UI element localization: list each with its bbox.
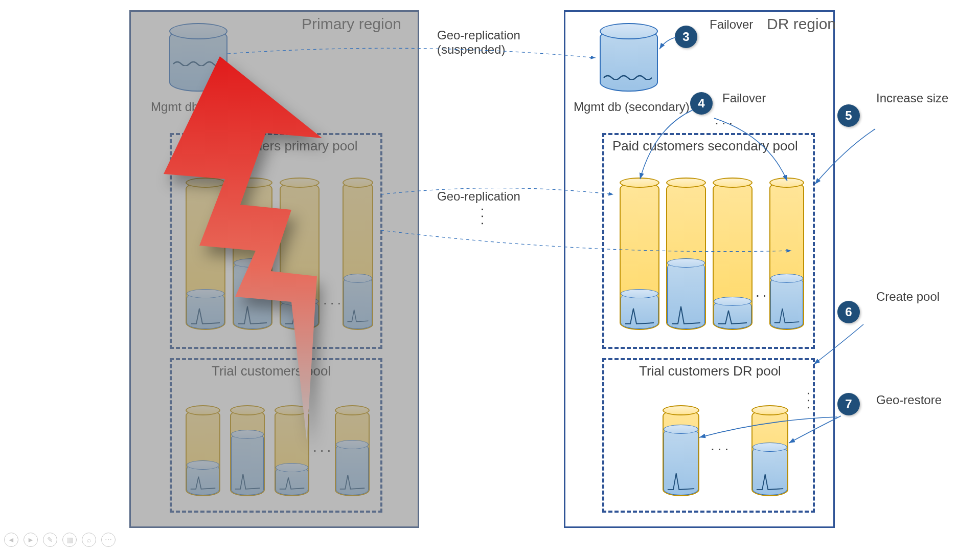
more-options-button[interactable]: ⋯	[101, 533, 116, 547]
prev-slide-button[interactable]: ◄	[4, 533, 18, 547]
dr-region-title: DR region	[767, 15, 836, 33]
step-4-label: Failover	[722, 91, 766, 105]
ellipsis-icon: ...	[711, 437, 732, 454]
step-3-badge: 3	[675, 26, 697, 48]
geo-replication-label: Geo-replication	[437, 189, 520, 204]
zoom-button[interactable]: ⌕	[82, 533, 96, 547]
mgmt-db-secondary-icon	[600, 28, 656, 92]
dr-paid-pool-title: Paid customers secondary pool	[612, 138, 798, 154]
svg-marker-0	[164, 56, 322, 440]
mgmt-db-secondary-label: Mgmt db (secondary)	[574, 100, 690, 114]
db-tube-icon	[751, 409, 788, 496]
step-5-label: Increase size	[876, 91, 948, 105]
step-6-label: Create pool	[876, 290, 940, 304]
presentation-toolbar: ◄ ► ✎ ▦ ⌕ ⋯	[4, 533, 116, 547]
step-7-label: Geo-restore	[876, 393, 942, 407]
slide-show-view-button[interactable]: ▦	[62, 533, 77, 547]
ellipsis-vertical-icon: ...	[478, 207, 494, 228]
primary-region-title: Primary region	[302, 15, 401, 33]
geo-replication-suspended-label: Geo-replication (suspended)	[437, 28, 520, 57]
pen-button[interactable]: ✎	[43, 533, 57, 547]
db-tube-icon	[666, 182, 706, 330]
next-slide-button[interactable]: ►	[24, 533, 38, 547]
step-4-badge: 4	[690, 92, 713, 115]
db-tube-icon	[663, 409, 699, 496]
step-3-label: Failover	[710, 17, 753, 32]
db-tube-icon	[769, 182, 804, 330]
ellipsis-icon: ...	[715, 112, 736, 128]
ellipsis-vertical-icon: ...	[804, 391, 821, 412]
db-tube-icon	[713, 182, 753, 330]
step-5-badge: 5	[837, 104, 860, 127]
db-tube-icon	[620, 182, 659, 330]
step-6-badge: 6	[837, 301, 860, 323]
step-7-badge: 7	[837, 393, 860, 415]
dr-trial-pool-title: Trial customers DR pool	[639, 363, 781, 379]
outage-lightning-icon	[158, 56, 353, 445]
diagram-canvas: Primary region Mgmt db (primary) Paid cu…	[0, 0, 980, 551]
